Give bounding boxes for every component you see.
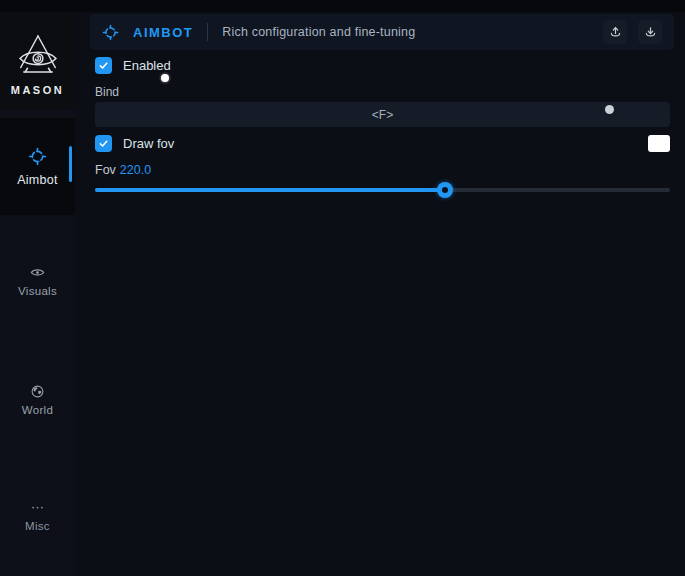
checkmark-icon — [98, 60, 109, 71]
crosshair-icon — [28, 147, 47, 166]
draw-fov-checkbox[interactable] — [95, 135, 112, 152]
enabled-row: Enabled — [95, 57, 171, 74]
enabled-label: Enabled — [123, 58, 171, 73]
globe-icon — [30, 384, 45, 399]
window-top-edge — [0, 0, 685, 12]
mason-pyramid-eye-logo — [13, 33, 63, 81]
sidebar-item-label: Visuals — [18, 285, 57, 297]
fov-slider[interactable] — [95, 188, 670, 192]
fov-label: Fov220.0 — [95, 163, 151, 177]
fov-color-swatch[interactable] — [648, 135, 670, 152]
mason-window: MASON Aimbot Visuals — [0, 0, 685, 576]
logo-block: MASON — [0, 12, 75, 110]
eye-icon — [30, 265, 45, 280]
ellipsis-icon — [30, 500, 45, 515]
upload-icon — [608, 25, 623, 40]
import-config-button[interactable] — [638, 20, 662, 44]
fov-value: 220.0 — [120, 163, 151, 177]
sidebar-item-label: Misc — [25, 520, 50, 532]
page-title: AIMBOT — [133, 25, 193, 40]
sidebar: MASON Aimbot Visuals — [0, 12, 75, 576]
enabled-checkbox[interactable] — [95, 57, 112, 74]
active-indicator — [69, 146, 72, 182]
page-header: AIMBOT Rich configuration and fine-tunin… — [90, 14, 674, 50]
bind-key-value: <F> — [372, 108, 393, 122]
fov-label-text: Fov — [95, 163, 116, 177]
sidebar-item-world[interactable]: World — [0, 374, 75, 426]
bind-label: Bind — [95, 85, 119, 99]
sidebar-item-misc[interactable]: Misc — [0, 490, 75, 542]
slider-handle[interactable] — [437, 182, 453, 198]
page-subtitle: Rich configuration and fine-tuning — [222, 25, 415, 39]
brand-name: MASON — [11, 84, 64, 96]
divider — [207, 23, 208, 41]
bind-key-input[interactable]: <F> — [95, 102, 670, 127]
checkmark-icon — [98, 138, 109, 149]
sidebar-item-aimbot[interactable]: Aimbot — [0, 118, 75, 215]
download-icon — [643, 25, 658, 40]
cursor-dot — [161, 74, 169, 82]
drag-dot — [605, 105, 614, 114]
sidebar-item-visuals[interactable]: Visuals — [0, 255, 75, 307]
sidebar-item-label: Aimbot — [17, 173, 58, 187]
draw-fov-label: Draw fov — [123, 136, 174, 151]
export-config-button[interactable] — [603, 20, 627, 44]
slider-fill — [95, 188, 445, 192]
crosshair-icon — [102, 24, 119, 41]
draw-fov-row: Draw fov — [95, 135, 174, 152]
sidebar-item-label: World — [22, 404, 53, 416]
